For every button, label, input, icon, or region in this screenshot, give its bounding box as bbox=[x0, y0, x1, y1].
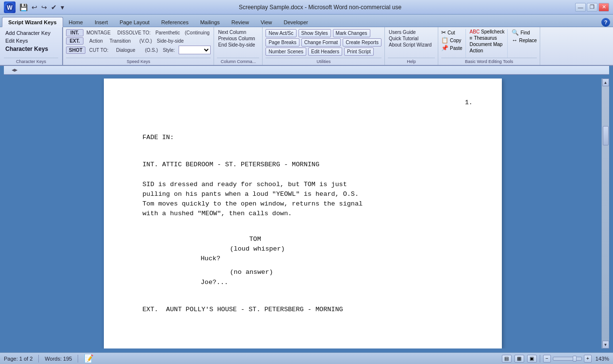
save-quick-btn[interactable]: 💾 bbox=[18, 3, 29, 11]
action-1: SID is dressed and ready for school, but… bbox=[143, 180, 463, 219]
word-tools-label: Basic Word Editing Tools bbox=[441, 58, 537, 64]
replace-btn[interactable]: ↔ Replace bbox=[512, 37, 537, 44]
tab-script-wizard-keys[interactable]: Script Wizard Keys bbox=[2, 17, 63, 27]
int-key[interactable]: INT. bbox=[66, 29, 83, 36]
utilities-group: New Act/Sc Show Styles Mark Changes Page… bbox=[263, 27, 385, 65]
quick-access-toolbar: 💾 ↩ ↪ ✔ ▾ bbox=[18, 3, 65, 11]
find-btn[interactable]: 🔍 Find bbox=[512, 29, 537, 36]
title-bar-left: W 💾 ↩ ↪ ✔ ▾ bbox=[4, 1, 65, 13]
cut-btn[interactable]: ✂ Cut bbox=[441, 29, 463, 36]
zoom-out-btn[interactable]: − bbox=[543, 355, 551, 363]
spacer-1 bbox=[143, 146, 463, 152]
zoom-control: − + 143% bbox=[543, 355, 609, 363]
show-styles-btn[interactable]: Show Styles bbox=[298, 29, 331, 37]
mark-changes-btn[interactable]: Mark Changes bbox=[333, 29, 370, 37]
tab-developer[interactable]: Developer bbox=[278, 17, 314, 27]
action-btn[interactable]: Action bbox=[470, 48, 505, 53]
undo-btn[interactable]: ↩ bbox=[31, 3, 38, 11]
main-area: 1. FADE IN: INT. ATTIC BEDROOM - ST. PET… bbox=[0, 75, 613, 352]
tab-view[interactable]: View bbox=[255, 17, 278, 27]
close-button[interactable]: ✕ bbox=[598, 3, 609, 12]
users-guide-btn[interactable]: Users Guide bbox=[388, 29, 435, 35]
speed-keys-group-label: Speed Keys bbox=[66, 58, 211, 64]
zoom-in-btn[interactable]: + bbox=[584, 355, 592, 363]
next-column-btn[interactable]: Next Column bbox=[217, 29, 259, 35]
zoom-slider-thumb[interactable] bbox=[573, 356, 577, 362]
track-changes-icon[interactable]: 📝 bbox=[84, 354, 94, 363]
scene-heading-1: INT. ATTIC BEDROOM - ST. PETERSBERG - MO… bbox=[143, 160, 463, 170]
os-label: (O.S.) bbox=[145, 47, 158, 53]
column-commands-label: Column Comma... bbox=[217, 58, 259, 64]
montage-label: MONTAGE bbox=[86, 30, 111, 35]
add-character-key-btn[interactable]: Add Character Key bbox=[4, 29, 58, 37]
create-reports-btn[interactable]: Create Reports bbox=[343, 38, 381, 47]
view-btn-2[interactable]: ▦ bbox=[514, 355, 524, 363]
zoom-level: 143% bbox=[596, 356, 609, 362]
tab-home[interactable]: Home bbox=[63, 17, 89, 27]
replace-icon: ↔ bbox=[512, 37, 517, 44]
minimize-button[interactable]: — bbox=[575, 3, 586, 12]
document-container: 1. FADE IN: INT. ATTIC BEDROOM - ST. PET… bbox=[4, 79, 601, 348]
check-btn[interactable]: ✔ bbox=[50, 3, 58, 11]
about-script-wizard-btn[interactable]: About Script Wizard bbox=[388, 42, 435, 48]
util-row-1: New Act/Sc Show Styles Mark Changes bbox=[265, 29, 381, 37]
speed-key-row-3: SHOT CUT TO: Dialogue (O.S.) Style: Acti… bbox=[66, 46, 211, 54]
page-breaks-btn[interactable]: Page Breaks bbox=[265, 38, 299, 47]
qa-dropdown-btn[interactable]: ▾ bbox=[60, 3, 65, 11]
document-map-btn[interactable]: Document Map bbox=[470, 42, 505, 47]
help-icon[interactable]: ? bbox=[601, 18, 610, 27]
continuing-label: (Continuing bbox=[185, 30, 210, 35]
speed-keys-group: INT. MONTAGE DISSOLVE TO: Parenthetic (C… bbox=[63, 27, 214, 65]
sidebyside-label: Side-by-side bbox=[157, 38, 184, 44]
quick-tutorial-btn[interactable]: Quick Tutorial bbox=[388, 35, 435, 42]
parenthetic-label: Parenthetic bbox=[155, 30, 180, 35]
thesaurus-btn[interactable]: ≡ Thesaurus bbox=[470, 35, 505, 41]
view-btn-3[interactable]: ▣ bbox=[527, 355, 537, 363]
tab-review[interactable]: Review bbox=[226, 17, 255, 27]
document-scrollbar: ▲ ▼ bbox=[601, 79, 609, 348]
new-act-btn[interactable]: New Act/Sc bbox=[265, 29, 296, 37]
column-commands-group: Next Column Previous Column End Side-by-… bbox=[214, 27, 263, 65]
scroll-thumb[interactable] bbox=[603, 126, 609, 145]
dialogue-key-label: Dialogue bbox=[116, 47, 135, 53]
spellcheck-btn[interactable]: ABC Spellcheck bbox=[470, 29, 505, 34]
redo-btn[interactable]: ↪ bbox=[40, 3, 48, 11]
character-keys-btn[interactable]: Character Keys bbox=[4, 45, 58, 53]
action-label: Action bbox=[89, 38, 103, 44]
print-script-btn[interactable]: Print Script bbox=[344, 47, 374, 56]
paste-label: Paste bbox=[450, 46, 463, 51]
tab-insert[interactable]: Insert bbox=[89, 17, 114, 27]
shot-key[interactable]: SHOT bbox=[66, 47, 85, 54]
edit-keys-btn[interactable]: Edit Keys bbox=[4, 37, 58, 45]
edit-headers-btn[interactable]: Edit Headers bbox=[308, 47, 342, 56]
change-format-btn[interactable]: Change Format bbox=[301, 38, 341, 47]
tab-page-layout[interactable]: Page Layout bbox=[114, 17, 155, 27]
word-editing-tools-group: ✂ Cut 📋 Copy 📌 Paste ABC Spellcheck bbox=[438, 27, 540, 65]
clipboard-column: ✂ Cut 📋 Copy 📌 Paste bbox=[441, 29, 466, 58]
find-icon: 🔍 bbox=[512, 29, 519, 36]
previous-column-btn[interactable]: Previous Column bbox=[217, 35, 259, 42]
findreplace-column: 🔍 Find ↔ Replace bbox=[510, 29, 537, 58]
page-status: Page: 1 of 2 bbox=[4, 356, 33, 362]
speed-keys-rows: INT. MONTAGE DISSOLVE TO: Parenthetic (C… bbox=[66, 29, 211, 58]
cut-label: Cut bbox=[447, 30, 455, 35]
tab-mailings[interactable]: Mailings bbox=[194, 17, 225, 27]
thesaurus-label: Thesaurus bbox=[474, 35, 497, 41]
view-btn-1[interactable]: ▤ bbox=[502, 355, 512, 363]
copy-btn[interactable]: 📋 Copy bbox=[441, 37, 463, 44]
style-select[interactable]: Action Dialogue Character bbox=[179, 46, 211, 54]
number-scenes-btn[interactable]: Number Scenes bbox=[265, 47, 306, 56]
scroll-up-btn[interactable]: ▲ bbox=[602, 79, 609, 86]
zoom-slider[interactable] bbox=[553, 357, 582, 361]
status-right: ▤ ▦ ▣ − + 143% bbox=[502, 355, 609, 363]
spellcheck-icon: ABC bbox=[470, 29, 480, 34]
restore-button[interactable]: ❐ bbox=[587, 3, 597, 12]
action-label: Action bbox=[470, 48, 483, 53]
tab-references[interactable]: References bbox=[155, 17, 194, 27]
scroll-down-btn[interactable]: ▼ bbox=[602, 341, 609, 348]
end-sidebyside-btn[interactable]: End Side-by-side bbox=[217, 42, 259, 48]
ext-key[interactable]: EXT. bbox=[66, 37, 83, 45]
character-tom: TOM bbox=[249, 235, 463, 244]
paste-btn[interactable]: 📌 Paste bbox=[441, 45, 463, 51]
help-group-label: Help bbox=[388, 58, 435, 64]
